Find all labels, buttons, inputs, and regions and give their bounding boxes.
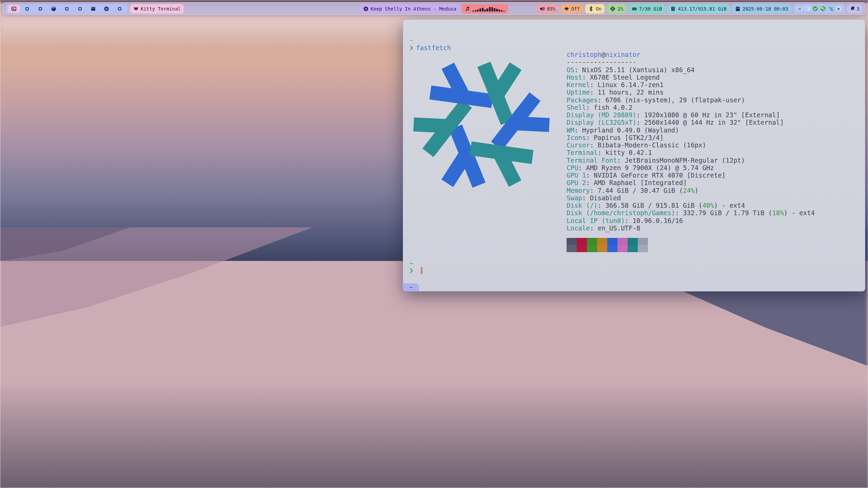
- vpn-icon[interactable]: [828, 6, 834, 12]
- module-clock[interactable]: 2025-06-18 00:03: [732, 4, 791, 14]
- top-bar: Kitty Terminal Keep Shelly In Athens - M…: [2, 2, 866, 15]
- prompt-chevron-icon: [410, 45, 413, 51]
- palette-swatch: [577, 238, 587, 245]
- visualizer-bar: [484, 9, 486, 12]
- palette-swatch: [567, 245, 577, 252]
- workspace-5[interactable]: [61, 5, 73, 13]
- palette-swatch: [587, 238, 597, 245]
- palette-row: [567, 245, 648, 252]
- fetch-line: GPU 2: AMD Raphael [Integrated]: [567, 179, 815, 186]
- fetch-line: Uptime: 11 hours, 22 mins: [567, 88, 815, 96]
- text-cursor: [421, 267, 422, 274]
- command-text: fastfetch: [416, 44, 451, 52]
- terminal-tab[interactable]: ~: [403, 283, 419, 291]
- audio-visualizer-pill[interactable]: [461, 4, 508, 14]
- fetch-line: Display (LC32G5xT): 868x488 @ 144 Hz i…: [567, 119, 815, 126]
- visualizer-bar: [482, 8, 484, 12]
- visualizer-bar: [491, 7, 493, 12]
- palette-swatch: [617, 238, 628, 245]
- media-track-label: Keep Shelly In Athens - Medusa: [371, 6, 456, 12]
- check-circle-icon[interactable]: [812, 6, 818, 12]
- bar-center-group: Keep Shelly In Athens - Medusa: [360, 3, 508, 15]
- fetch-line: Disk (/home/christoph/Games): 332.79 GiB…: [567, 209, 815, 217]
- hdd-icon: [670, 6, 676, 12]
- wifi-off-icon: [564, 6, 569, 12]
- palette-swatch: [567, 238, 577, 245]
- notifications-pill[interactable]: 3: [847, 4, 863, 14]
- visualizer-bar: [501, 10, 502, 12]
- prompt-path: ~: [410, 260, 413, 267]
- visualizer-bar: [489, 7, 491, 12]
- visualizer-bar: [479, 8, 481, 12]
- workspace-3[interactable]: [34, 5, 46, 13]
- module-volume[interactable]: 85%: [536, 4, 558, 14]
- workspace-2[interactable]: [21, 5, 33, 13]
- spotify-icon: [363, 6, 369, 12]
- fetch-line: Local IP (tun0): 10.96.0.16/16: [567, 217, 815, 224]
- fetch-line: Shell: fish 4.0.2: [567, 104, 815, 111]
- workspace-6[interactable]: [74, 5, 86, 13]
- module-disk-value: 413.17/915.81 GiB: [678, 6, 726, 12]
- workspaces: [6, 4, 127, 14]
- fastfetch-output: christoph@nixinator------------------OS:…: [567, 51, 815, 232]
- window-title-pill[interactable]: Kitty Terminal: [130, 4, 184, 14]
- media-player-pill[interactable]: Keep Shelly In Athens - Medusa: [360, 4, 459, 14]
- visualizer-bar: [472, 11, 474, 12]
- module-cpu[interactable]: 1%: [607, 4, 626, 14]
- workspace-1[interactable]: [8, 5, 20, 13]
- square-icon: [38, 6, 43, 12]
- fetch-line: OS: NixOS 25.11 (Xantusia) x86_64: [567, 66, 815, 74]
- window-title-label: Kitty Terminal: [141, 6, 181, 12]
- keyboard-icon[interactable]: [797, 6, 803, 12]
- window-icon: [91, 6, 96, 12]
- bar-right-group: 85%OffOn1%7/30 GiB413.17/915.81 GiB2025-…: [536, 3, 863, 15]
- terminal-color-palette: [567, 238, 648, 252]
- visualizer-bar: [498, 9, 500, 12]
- notification-count: 3: [857, 6, 860, 12]
- bell-icon: [850, 6, 855, 11]
- palette-swatch: [597, 245, 607, 252]
- workspace-9[interactable]: [114, 5, 126, 13]
- fetch-line: Swap: Disabled: [567, 194, 815, 202]
- square-icon: [24, 6, 30, 12]
- module-memory[interactable]: 7/30 GiB: [629, 4, 665, 14]
- palette-swatch: [638, 238, 648, 245]
- fetch-line: WM: Hyprland 0.49.0 (Wayland): [567, 126, 815, 134]
- fetch-line: Icons: Papirus [GTK2/3/4]: [567, 134, 815, 141]
- square-icon: [64, 6, 70, 12]
- palette-row: [567, 238, 648, 245]
- fetch-line: Display (MD 20889): 1920x1080 @ 60 Hz in…: [567, 111, 815, 119]
- module-volume-value: 85%: [547, 6, 555, 12]
- screen-lock-icon[interactable]: [805, 6, 810, 12]
- fetch-line: Kernel: Linux 6.14.7-zen1: [567, 81, 815, 88]
- fetch-line: Cursor: Bibata-Modern-Classic (16px): [567, 141, 815, 149]
- workspace-7[interactable]: [87, 5, 99, 13]
- kitty-terminal-window[interactable]: ~ fastfetch christoph@nixinator--------: [403, 19, 865, 291]
- palette-swatch: [617, 245, 628, 252]
- nixos-logo: [408, 52, 555, 198]
- module-bluetooth[interactable]: On: [585, 4, 605, 14]
- workspace-4[interactable]: [47, 5, 60, 13]
- fetch-line: Packages: 6706 (nix-system), 29 (flatpak…: [567, 96, 815, 104]
- module-disk[interactable]: 413.17/915.81 GiB: [667, 4, 729, 14]
- palette-swatch: [577, 245, 587, 252]
- square-icon: [117, 6, 122, 12]
- visualizer-bar: [475, 10, 476, 12]
- fetch-line: Memory: 7.44 GiB / 30.47 GiB (24%): [567, 187, 815, 194]
- module-network[interactable]: Off: [561, 4, 583, 14]
- active-prompt[interactable]: [410, 267, 422, 274]
- speaker-icon: [539, 6, 545, 12]
- spotify-icon: [104, 6, 109, 12]
- music-note-icon: [465, 6, 470, 12]
- key-icon[interactable]: [820, 6, 826, 12]
- module-bluetooth-value: On: [596, 6, 601, 12]
- module-memory-value: 7/30 GiB: [639, 6, 662, 12]
- workspace-8[interactable]: [100, 5, 113, 13]
- terminal-icon: [11, 6, 17, 12]
- palette-swatch: [638, 245, 648, 252]
- fetch-line: CPU: AMD Ryzen 9 7900X (24) @ 5.74 GHz: [567, 164, 815, 171]
- module-clock-value: 2025-06-18 00:03: [743, 6, 788, 12]
- spotify-light-icon[interactable]: [836, 6, 842, 12]
- palette-swatch: [587, 245, 597, 252]
- module-cpu-value: 1%: [617, 6, 623, 12]
